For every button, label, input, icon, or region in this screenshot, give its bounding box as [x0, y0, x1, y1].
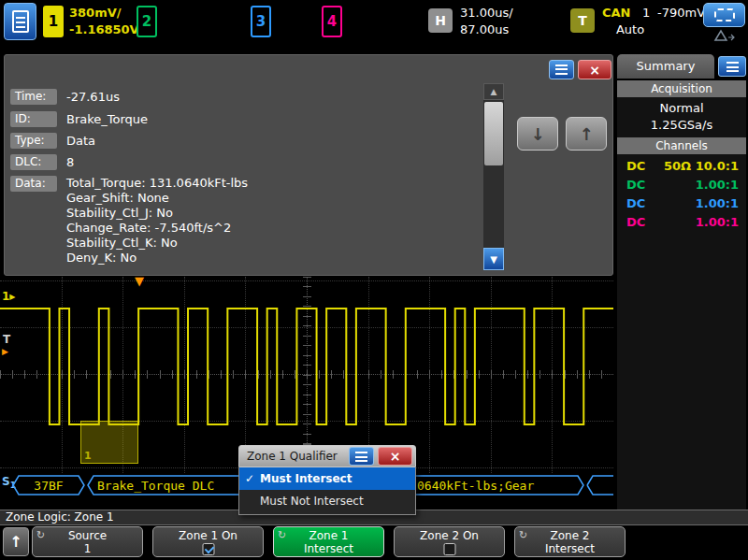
option-must-not-intersect[interactable]: Must Not Intersect — [239, 490, 415, 512]
cycle-icon: ↻ — [36, 529, 45, 541]
softkey-label: Zone 2 On — [395, 530, 504, 542]
acquisition-header: Acquisition — [617, 80, 746, 97]
field-value-id: Brake_Torque — [66, 111, 148, 127]
field-label-id: ID: — [10, 111, 57, 127]
dashed-selection-icon — [714, 8, 735, 22]
probe-ratio: 10.0:1 — [696, 157, 739, 176]
summary-sidebar: Acquisition Normal 1.25GSa/s Channels DC… — [617, 80, 746, 510]
panel-menu-button[interactable] — [549, 60, 574, 79]
channel-3-badge[interactable]: 3 — [251, 6, 271, 37]
coupling: DC — [626, 194, 645, 213]
previous-frame-button[interactable]: ↑ — [566, 117, 607, 151]
field-label-dlc: DLC: — [10, 154, 57, 170]
channel-4-badge[interactable]: 4 — [322, 6, 342, 37]
list-icon — [726, 62, 739, 72]
scroll-down-button[interactable]: ▼ — [483, 248, 504, 270]
cycle-icon: ↻ — [278, 529, 286, 541]
panel-close-button[interactable]: × — [578, 60, 611, 79]
data-line: Gear_Shift: None — [66, 191, 169, 205]
zone-number: 1 — [84, 450, 92, 462]
probe-ratio: 1.00:1 — [696, 213, 739, 232]
option-must-intersect[interactable]: ✓ Must Intersect — [239, 467, 415, 490]
popup-menu-button[interactable] — [349, 447, 374, 466]
menu-list-icon — [12, 10, 29, 33]
channel-2-number: 2 — [142, 13, 151, 30]
softkey-value: Intersect — [515, 543, 625, 555]
scroll-up-button[interactable]: ▲ — [483, 83, 504, 100]
zone2-on-checkbox[interactable] — [443, 543, 455, 555]
popup-close-button[interactable]: × — [378, 447, 412, 466]
trigger-level-marker-arrow[interactable]: ▶ — [2, 347, 8, 356]
cycle-icon: ↻ — [519, 529, 527, 541]
list-icon — [355, 452, 367, 462]
field-value-time: -27.61us — [66, 89, 120, 105]
trigger-position-marker[interactable]: ▼ — [135, 277, 144, 288]
sidebar-tab-summary[interactable]: Summary — [617, 54, 714, 79]
zone-qualifier-popup: Zone 1 Qualifier × ✓ Must Intersect Must… — [238, 445, 416, 515]
horizontal-badge[interactable]: H — [428, 8, 453, 33]
impedance: 50Ω — [664, 157, 691, 176]
coupling: DC — [626, 213, 645, 232]
channel-2-summary-row: DC 1.00:1 — [617, 176, 746, 194]
scroll-thumb[interactable] — [484, 102, 503, 165]
horizontal-scale: 31.00us/ — [460, 6, 513, 20]
trigger-level: -790mV — [657, 6, 705, 20]
top-status-bar: 1 380mV/ -1.16850V 2 3 4 H 31.00us/ 87.0… — [0, 0, 748, 43]
softkey-value: Intersect — [274, 543, 383, 555]
field-label-data: Data: — [10, 176, 57, 192]
status-text: Zone Logic: Zone 1 — [6, 510, 114, 524]
softkey-value: 1 — [33, 543, 142, 555]
trigger-source-channel: 1 — [642, 6, 650, 20]
acquisition-mode: Normal — [617, 100, 746, 117]
data-line: Change_Rate: -7.540ft/s^2 — [66, 221, 231, 235]
trigger-level-marker-label: T — [3, 333, 10, 346]
bus-frame-text-left: Brake_Torque DLC — [97, 479, 214, 493]
softkey-zone2-qualifier[interactable]: ↻ Zone 2 Intersect — [514, 526, 626, 557]
channel-1-ground-marker[interactable]: 1▶ — [2, 290, 16, 303]
softkey-zone2-on[interactable]: Zone 2 On — [394, 526, 505, 557]
coupling: DC — [626, 157, 645, 176]
sidebar-menu-button[interactable] — [718, 56, 746, 77]
softkey-zone1-on[interactable]: Zone 1 On — [152, 526, 264, 557]
channel-2-badge[interactable]: 2 — [137, 6, 157, 37]
data-line: Stability_Ctl_K: No — [66, 236, 178, 250]
data-line: Stability_Ctl_J: No — [66, 206, 173, 220]
trigger-badge[interactable]: T — [570, 8, 595, 33]
trigger-source: CAN — [602, 6, 630, 20]
close-icon: × — [589, 64, 600, 77]
up-arrow-icon: ↑ — [9, 533, 22, 551]
channels-header: Channels — [617, 137, 746, 154]
channel-1-badge[interactable]: 1 — [43, 6, 64, 37]
auto-scale-triangle-icon — [711, 28, 737, 46]
softkey-source[interactable]: ↻ Source 1 — [32, 526, 143, 557]
channel-4-number: 4 — [327, 13, 337, 30]
field-label-time: Time: — [10, 89, 57, 105]
softkey-zone1-qualifier[interactable]: ↻ Zone 1 Intersect — [273, 526, 384, 557]
main-menu-button[interactable] — [4, 3, 36, 40]
option-label: Must Intersect — [260, 467, 352, 490]
bus-frame-id: 37BF — [34, 479, 63, 493]
trigger-mode: Auto — [606, 22, 654, 36]
zone-1-region[interactable]: 1 — [80, 421, 138, 464]
qualifier-option-list: ✓ Must Intersect Must Not Intersect — [238, 467, 416, 515]
down-arrow-icon: ↓ — [530, 124, 544, 144]
probe-ratio: 1.00:1 — [696, 194, 739, 213]
list-icon — [555, 65, 568, 75]
panel-scrollbar[interactable]: ▲ ▼ — [483, 83, 504, 270]
softkey-label: Zone 1 On — [153, 530, 263, 542]
channel-1-scale: 380mV/ — [69, 6, 122, 20]
bus-frame-text-right: 0640kFt-lbs;Gear — [417, 479, 534, 493]
softkey-back-button[interactable]: ↑ — [3, 527, 29, 556]
zone1-on-checkbox[interactable] — [202, 543, 214, 555]
channel-3-number: 3 — [256, 13, 266, 30]
data-line: Deny_K: No — [66, 251, 137, 265]
touch-zone-select-button[interactable] — [703, 3, 745, 27]
marker-arrow-icon: ▶ — [9, 293, 15, 301]
horizontal-delay: 87.00us — [460, 22, 509, 36]
next-frame-button[interactable]: ↓ — [517, 117, 558, 151]
sample-rate: 1.25GSa/s — [617, 117, 746, 134]
channel-4-summary-row: DC 1.00:1 — [617, 213, 746, 232]
can-waveform-trace — [0, 309, 613, 424]
softkey-label: Zone 2 — [515, 530, 625, 542]
softkey-label: Zone 1 — [274, 530, 383, 542]
